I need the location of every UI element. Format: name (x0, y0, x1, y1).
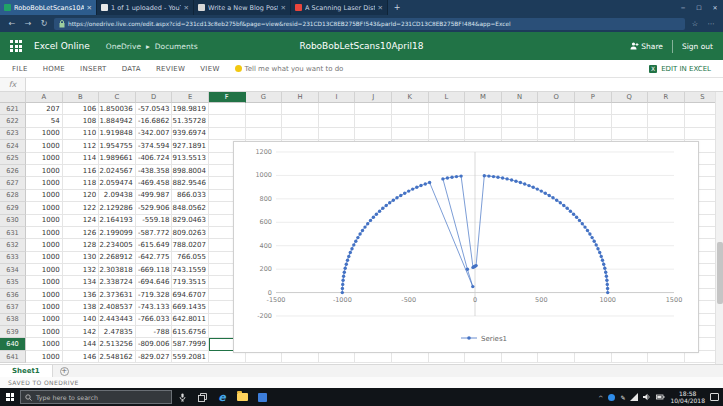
cell-B633[interactable]: 130 (63, 252, 100, 264)
column-header-L[interactable]: L (429, 92, 466, 103)
cell-N622[interactable] (502, 115, 539, 127)
cell-K622[interactable] (392, 115, 429, 127)
taskbar-search[interactable]: Type here to search (20, 390, 172, 404)
cell-K621[interactable] (392, 103, 429, 115)
start-button[interactable] (0, 388, 20, 406)
vertical-scrollbar[interactable] (715, 92, 723, 364)
cell-E640[interactable]: 587.7999 (172, 338, 209, 350)
battery-icon[interactable] (656, 393, 665, 401)
cell-Q621[interactable] (612, 103, 649, 115)
cell-C639[interactable]: 2.47835 (99, 326, 136, 338)
refresh-button[interactable]: ↻ (38, 19, 50, 28)
cell-E626[interactable]: 898.8004 (172, 165, 209, 177)
cell-B625[interactable]: 114 (63, 153, 100, 165)
cell-E630[interactable]: 829.0463 (172, 215, 209, 227)
cell-H621[interactable] (282, 103, 319, 115)
network-icon[interactable] (630, 393, 638, 401)
cell-B631[interactable]: 126 (63, 227, 100, 239)
cell-A623[interactable]: 1000 (26, 128, 63, 140)
cell-J623[interactable] (355, 128, 392, 140)
cell-I623[interactable] (319, 128, 356, 140)
cell-B636[interactable]: 136 (63, 289, 100, 301)
cell-G621[interactable] (246, 103, 283, 115)
cell-E635[interactable]: 719.3515 (172, 276, 209, 288)
cell-E632[interactable]: 788.0207 (172, 239, 209, 251)
row-header-633[interactable]: 633 (0, 252, 26, 264)
cell-E622[interactable]: 51.35728 (172, 115, 209, 127)
row-header-631[interactable]: 631 (0, 227, 26, 239)
cell-A640[interactable]: 1000 (26, 338, 63, 350)
row-header-629[interactable]: 629 (0, 202, 26, 214)
tab-close-icon[interactable]: ✕ (184, 4, 189, 12)
cell-D635[interactable]: -694.646 (136, 276, 173, 288)
cell-A621[interactable]: 207 (26, 103, 63, 115)
cell-E638[interactable]: 642.8011 (172, 314, 209, 326)
cell-B638[interactable]: 140 (63, 314, 100, 326)
breadcrumb-documents[interactable]: Documents (155, 42, 198, 51)
cell-A628[interactable]: 1000 (26, 190, 63, 202)
browser-tab[interactable]: Write a New Blog Post | ele✕ (194, 0, 291, 15)
cell-A631[interactable]: 1000 (26, 227, 63, 239)
cell-E623[interactable]: 939.6974 (172, 128, 209, 140)
cell-M621[interactable] (465, 103, 502, 115)
cell-D627[interactable]: -469.458 (136, 177, 173, 189)
cell-L623[interactable] (429, 128, 466, 140)
cell-Q623[interactable] (612, 128, 649, 140)
menu-item-home[interactable]: HOME (43, 65, 65, 73)
cell-E629[interactable]: 848.0562 (172, 202, 209, 214)
cell-B628[interactable]: 120 (63, 190, 100, 202)
cell-D637[interactable]: -743.133 (136, 301, 173, 313)
cell-B641[interactable]: 146 (63, 351, 100, 363)
cell-G622[interactable] (246, 115, 283, 127)
cell-D629[interactable]: -529.906 (136, 202, 173, 214)
row-header-624[interactable]: 624 (0, 140, 26, 152)
favorite-icon[interactable]: ☆ (689, 20, 701, 28)
cell-B637[interactable]: 138 (63, 301, 100, 313)
close-button[interactable]: ✕ (707, 0, 723, 15)
cell-E639[interactable]: 615.6756 (172, 326, 209, 338)
cell-B629[interactable]: 122 (63, 202, 100, 214)
cell-D638[interactable]: -766.033 (136, 314, 173, 326)
cell-O621[interactable] (538, 103, 575, 115)
file-explorer-button[interactable] (232, 388, 252, 406)
cell-D633[interactable]: -642.775 (136, 252, 173, 264)
breadcrumb-onedrive[interactable]: OneDrive (106, 42, 141, 51)
cell-C638[interactable]: 2.443443 (99, 314, 136, 326)
cell-C628[interactable]: 2.09438 (99, 190, 136, 202)
cell-C631[interactable]: 2.199099 (99, 227, 136, 239)
row-header-626[interactable]: 626 (0, 165, 26, 177)
task-view-button[interactable] (192, 388, 212, 406)
cell-N621[interactable] (502, 103, 539, 115)
row-header-634[interactable]: 634 (0, 264, 26, 276)
pen-tray-icon[interactable]: ✎ (620, 394, 625, 401)
cell-F621[interactable] (209, 103, 246, 115)
edge-browser-button[interactable]: e (212, 388, 232, 406)
column-header-Q[interactable]: Q (612, 92, 649, 103)
tab-close-icon[interactable]: ✕ (87, 4, 92, 12)
cell-A625[interactable]: 1000 (26, 153, 63, 165)
chart[interactable]: -200020040060080010001200-1500-1000-5000… (233, 141, 699, 353)
onedrive-tray-icon[interactable] (608, 394, 615, 401)
row-header-625[interactable]: 625 (0, 153, 26, 165)
cell-I622[interactable] (319, 115, 356, 127)
cell-B635[interactable]: 134 (63, 276, 100, 288)
cell-D631[interactable]: -587.772 (136, 227, 173, 239)
cell-E625[interactable]: 913.5513 (172, 153, 209, 165)
cell-D625[interactable]: -406.724 (136, 153, 173, 165)
cell-D632[interactable]: -615.649 (136, 239, 173, 251)
row-header-639[interactable]: 639 (0, 326, 26, 338)
sign-out-button[interactable]: Sign out (682, 42, 713, 51)
row-header-638[interactable]: 638 (0, 314, 26, 326)
browser-tab[interactable]: 1 of 1 uploaded - YouTube✕ (97, 0, 194, 15)
cell-G623[interactable] (246, 128, 283, 140)
clock[interactable]: 18:58 10/04/2018 (670, 390, 705, 405)
cell-D621[interactable]: -57.0543 (136, 103, 173, 115)
cell-B621[interactable]: 106 (63, 103, 100, 115)
cell-P622[interactable] (575, 115, 612, 127)
cell-N623[interactable] (502, 128, 539, 140)
cell-C641[interactable]: 2.548162 (99, 351, 136, 363)
cell-D622[interactable]: -16.6862 (136, 115, 173, 127)
maximize-button[interactable]: ☐ (691, 0, 707, 15)
column-header-I[interactable]: I (319, 92, 356, 103)
volume-icon[interactable] (643, 393, 651, 401)
